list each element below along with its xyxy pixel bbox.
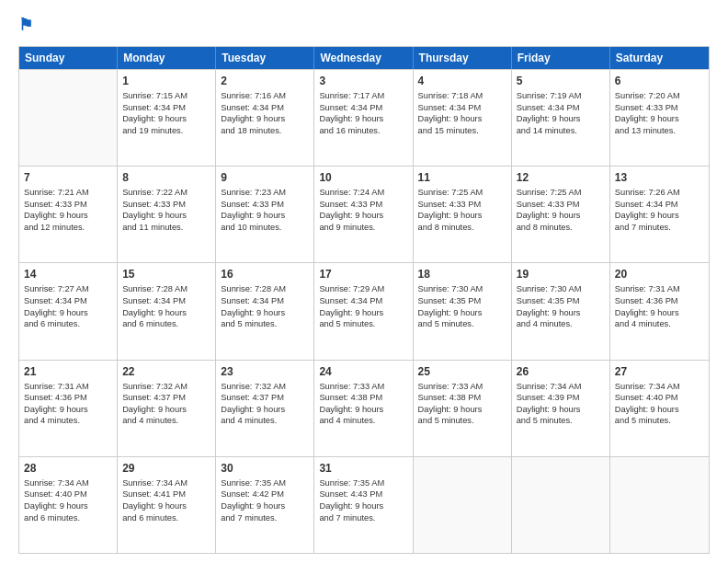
- calendar-cell: [512, 457, 610, 553]
- cell-info: Sunrise: 7:34 AM Sunset: 4:39 PM Dayligh…: [517, 381, 605, 427]
- calendar-cell: 10Sunrise: 7:24 AM Sunset: 4:33 PM Dayli…: [314, 167, 413, 262]
- header: ⚑: [18, 17, 710, 35]
- cell-info: Sunrise: 7:33 AM Sunset: 4:38 PM Dayligh…: [319, 381, 407, 427]
- day-number: 26: [517, 364, 605, 379]
- cell-info: Sunrise: 7:19 AM Sunset: 4:34 PM Dayligh…: [517, 90, 605, 136]
- calendar-cell: [610, 457, 709, 553]
- day-number: 9: [221, 170, 309, 185]
- day-number: 11: [418, 170, 506, 185]
- cell-info: Sunrise: 7:24 AM Sunset: 4:33 PM Dayligh…: [319, 187, 407, 233]
- calendar-cell: 23Sunrise: 7:32 AM Sunset: 4:37 PM Dayli…: [216, 361, 314, 456]
- cell-info: Sunrise: 7:23 AM Sunset: 4:33 PM Dayligh…: [221, 187, 309, 233]
- weekday-header-friday: Friday: [512, 47, 610, 69]
- calendar-cell: 21Sunrise: 7:31 AM Sunset: 4:36 PM Dayli…: [19, 361, 118, 456]
- cell-info: Sunrise: 7:29 AM Sunset: 4:34 PM Dayligh…: [319, 283, 407, 329]
- cell-info: Sunrise: 7:32 AM Sunset: 4:37 PM Dayligh…: [221, 381, 309, 427]
- calendar-week-1: 1Sunrise: 7:15 AM Sunset: 4:34 PM Daylig…: [19, 69, 709, 166]
- calendar-cell: 14Sunrise: 7:27 AM Sunset: 4:34 PM Dayli…: [19, 263, 118, 359]
- cell-info: Sunrise: 7:32 AM Sunset: 4:37 PM Dayligh…: [122, 381, 210, 427]
- calendar-week-5: 28Sunrise: 7:34 AM Sunset: 4:40 PM Dayli…: [19, 456, 709, 553]
- cell-info: Sunrise: 7:30 AM Sunset: 4:35 PM Dayligh…: [418, 283, 506, 329]
- calendar-cell: [19, 70, 118, 166]
- weekday-header-thursday: Thursday: [414, 47, 512, 69]
- cell-info: Sunrise: 7:25 AM Sunset: 4:33 PM Dayligh…: [517, 187, 605, 233]
- day-number: 2: [221, 74, 309, 88]
- calendar-header-row: SundayMondayTuesdayWednesdayThursdayFrid…: [19, 47, 709, 69]
- calendar: SundayMondayTuesdayWednesdayThursdayFrid…: [18, 46, 710, 554]
- calendar-cell: 4Sunrise: 7:18 AM Sunset: 4:34 PM Daylig…: [414, 70, 512, 166]
- calendar-cell: 3Sunrise: 7:17 AM Sunset: 4:34 PM Daylig…: [314, 70, 413, 166]
- cell-info: Sunrise: 7:33 AM Sunset: 4:38 PM Dayligh…: [418, 381, 506, 427]
- cell-info: Sunrise: 7:34 AM Sunset: 4:40 PM Dayligh…: [24, 477, 112, 523]
- day-number: 22: [122, 364, 210, 379]
- calendar-cell: 28Sunrise: 7:34 AM Sunset: 4:40 PM Dayli…: [19, 457, 118, 553]
- cell-info: Sunrise: 7:18 AM Sunset: 4:34 PM Dayligh…: [418, 90, 506, 136]
- calendar-cell: 22Sunrise: 7:32 AM Sunset: 4:37 PM Dayli…: [118, 361, 216, 456]
- cell-info: Sunrise: 7:30 AM Sunset: 4:35 PM Dayligh…: [517, 283, 605, 329]
- day-number: 23: [221, 364, 309, 379]
- calendar-cell: 26Sunrise: 7:34 AM Sunset: 4:39 PM Dayli…: [512, 361, 610, 456]
- day-number: 5: [517, 74, 605, 88]
- day-number: 18: [418, 267, 506, 282]
- cell-info: Sunrise: 7:22 AM Sunset: 4:33 PM Dayligh…: [122, 187, 210, 233]
- day-number: 25: [418, 364, 506, 379]
- calendar-cell: 7Sunrise: 7:21 AM Sunset: 4:33 PM Daylig…: [19, 167, 118, 262]
- calendar-week-4: 21Sunrise: 7:31 AM Sunset: 4:36 PM Dayli…: [19, 360, 709, 456]
- calendar-cell: 30Sunrise: 7:35 AM Sunset: 4:42 PM Dayli…: [216, 457, 314, 553]
- day-number: 19: [517, 267, 605, 282]
- day-number: 3: [319, 74, 407, 88]
- weekday-header-saturday: Saturday: [610, 47, 709, 69]
- calendar-cell: 1Sunrise: 7:15 AM Sunset: 4:34 PM Daylig…: [118, 70, 216, 166]
- day-number: 30: [221, 461, 309, 476]
- day-number: 4: [418, 74, 506, 88]
- cell-info: Sunrise: 7:21 AM Sunset: 4:33 PM Dayligh…: [24, 187, 112, 233]
- cell-info: Sunrise: 7:31 AM Sunset: 4:36 PM Dayligh…: [615, 283, 704, 329]
- calendar-cell: 25Sunrise: 7:33 AM Sunset: 4:38 PM Dayli…: [414, 361, 512, 456]
- day-number: 12: [517, 170, 605, 185]
- logo: ⚑: [18, 17, 33, 35]
- calendar-cell: 18Sunrise: 7:30 AM Sunset: 4:35 PM Dayli…: [414, 263, 512, 359]
- calendar-cell: 20Sunrise: 7:31 AM Sunset: 4:36 PM Dayli…: [610, 263, 709, 359]
- calendar-cell: 5Sunrise: 7:19 AM Sunset: 4:34 PM Daylig…: [512, 70, 610, 166]
- calendar-cell: [414, 457, 512, 553]
- day-number: 13: [615, 170, 704, 185]
- day-number: 10: [319, 170, 407, 185]
- day-number: 16: [221, 267, 309, 282]
- day-number: 24: [319, 364, 407, 379]
- calendar-cell: 19Sunrise: 7:30 AM Sunset: 4:35 PM Dayli…: [512, 263, 610, 359]
- cell-info: Sunrise: 7:34 AM Sunset: 4:41 PM Dayligh…: [122, 477, 210, 523]
- calendar-cell: 6Sunrise: 7:20 AM Sunset: 4:33 PM Daylig…: [610, 70, 709, 166]
- day-number: 8: [122, 170, 210, 185]
- cell-info: Sunrise: 7:34 AM Sunset: 4:40 PM Dayligh…: [615, 381, 704, 427]
- calendar-cell: 12Sunrise: 7:25 AM Sunset: 4:33 PM Dayli…: [512, 167, 610, 262]
- cell-info: Sunrise: 7:20 AM Sunset: 4:33 PM Dayligh…: [615, 90, 704, 136]
- day-number: 17: [319, 267, 407, 282]
- calendar-body: 1Sunrise: 7:15 AM Sunset: 4:34 PM Daylig…: [19, 69, 709, 553]
- calendar-page: ⚑ SundayMondayTuesdayWednesdayThursdayFr…: [0, 0, 728, 563]
- day-number: 7: [24, 170, 112, 185]
- calendar-cell: 9Sunrise: 7:23 AM Sunset: 4:33 PM Daylig…: [216, 167, 314, 262]
- calendar-cell: 27Sunrise: 7:34 AM Sunset: 4:40 PM Dayli…: [610, 361, 709, 456]
- weekday-header-wednesday: Wednesday: [314, 47, 413, 69]
- day-number: 14: [24, 267, 112, 282]
- cell-info: Sunrise: 7:35 AM Sunset: 4:43 PM Dayligh…: [319, 477, 407, 523]
- cell-info: Sunrise: 7:27 AM Sunset: 4:34 PM Dayligh…: [24, 283, 112, 329]
- calendar-cell: 16Sunrise: 7:28 AM Sunset: 4:34 PM Dayli…: [216, 263, 314, 359]
- cell-info: Sunrise: 7:16 AM Sunset: 4:34 PM Dayligh…: [221, 90, 309, 136]
- cell-info: Sunrise: 7:25 AM Sunset: 4:33 PM Dayligh…: [418, 187, 506, 233]
- calendar-cell: 2Sunrise: 7:16 AM Sunset: 4:34 PM Daylig…: [216, 70, 314, 166]
- cell-info: Sunrise: 7:28 AM Sunset: 4:34 PM Dayligh…: [122, 283, 210, 329]
- cell-info: Sunrise: 7:17 AM Sunset: 4:34 PM Dayligh…: [319, 90, 407, 136]
- cell-info: Sunrise: 7:26 AM Sunset: 4:34 PM Dayligh…: [615, 187, 704, 233]
- day-number: 28: [24, 461, 112, 476]
- calendar-cell: 29Sunrise: 7:34 AM Sunset: 4:41 PM Dayli…: [118, 457, 216, 553]
- calendar-cell: 13Sunrise: 7:26 AM Sunset: 4:34 PM Dayli…: [610, 167, 709, 262]
- calendar-cell: 11Sunrise: 7:25 AM Sunset: 4:33 PM Dayli…: [414, 167, 512, 262]
- cell-info: Sunrise: 7:15 AM Sunset: 4:34 PM Dayligh…: [122, 90, 210, 136]
- cell-info: Sunrise: 7:28 AM Sunset: 4:34 PM Dayligh…: [221, 283, 309, 329]
- day-number: 27: [615, 364, 704, 379]
- day-number: 21: [24, 364, 112, 379]
- calendar-cell: 8Sunrise: 7:22 AM Sunset: 4:33 PM Daylig…: [118, 167, 216, 262]
- day-number: 1: [122, 74, 210, 88]
- calendar-week-2: 7Sunrise: 7:21 AM Sunset: 4:33 PM Daylig…: [19, 166, 709, 262]
